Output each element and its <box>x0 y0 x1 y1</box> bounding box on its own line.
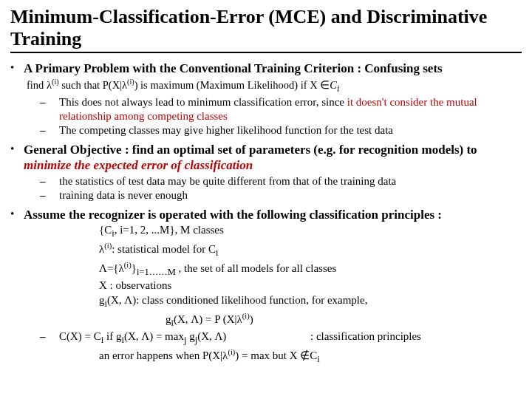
dash-icon: – <box>40 174 59 188</box>
dash-icon: – <box>40 95 59 123</box>
bullet-dot: • <box>10 142 24 174</box>
problem-subtext: find λ(i) such that P(X|λ(i)) is maximum… <box>27 78 522 95</box>
bullet-assume-text: Assume the recognizer is operated with t… <box>24 207 522 222</box>
error-condition: an error happens when P(X|λ(i)) = max bu… <box>99 347 522 366</box>
bullet-assume: • Assume the recognizer is operated with… <box>10 207 522 222</box>
dash-icon: – <box>40 123 59 137</box>
dash-item: – the statistics of test data may be qui… <box>40 174 522 188</box>
bullet-dot: • <box>10 61 24 76</box>
dash-text: This does not always lead to minimum cla… <box>59 95 522 123</box>
problem-dash-list: – This does not always lead to minimum c… <box>40 95 522 137</box>
def-gi-eq: gi(X, Λ) = P (X|λ(i)) <box>166 311 522 330</box>
bullet-objective: • General Objective : find an optimal se… <box>10 142 522 174</box>
dash-item: – training data is never enough <box>40 188 522 202</box>
def-lambda: λ(i): statistical model for Ci <box>99 241 522 259</box>
dash-icon: – <box>40 188 59 202</box>
objective-dash-list: – the statistics of test data may be qui… <box>40 174 522 203</box>
bullet-dot: • <box>10 207 24 222</box>
definitions-block: {Ci, i=1, 2, ...M}, M classes λ(i): stat… <box>99 223 522 329</box>
bullet-objective-text: General Objective : find an optimal set … <box>24 142 522 174</box>
dash-icon: – <box>40 330 59 347</box>
classification-rule: – C(X) = Ci if gi(X, Λ) = maxj gj(X, Λ) … <box>40 330 522 347</box>
slide-title: Minimum-Classification-Error (MCE) and D… <box>10 6 522 53</box>
def-classes: {Ci, i=1, 2, ...M}, M classes <box>99 223 522 240</box>
dash-text: The competing classes may give higher li… <box>59 123 522 137</box>
classification-label: : classification principles <box>310 330 421 347</box>
bullet-problem: • A Primary Problem with the Conventiona… <box>10 61 522 76</box>
def-gi: gi(X, Λ): class conditioned likelihood f… <box>99 293 522 310</box>
def-observations: X : observations <box>99 279 522 293</box>
dash-text: the statistics of test data may be quite… <box>59 174 522 188</box>
bullet-problem-text: A Primary Problem with the Conventional … <box>24 61 522 76</box>
dash-item: – This does not always lead to minimum c… <box>40 95 522 123</box>
def-big-lambda: Λ={λ(i)}i=1……M , the set of all models f… <box>99 260 522 279</box>
dash-item: – The competing classes may give higher … <box>40 123 522 137</box>
dash-text: training data is never enough <box>59 188 522 202</box>
